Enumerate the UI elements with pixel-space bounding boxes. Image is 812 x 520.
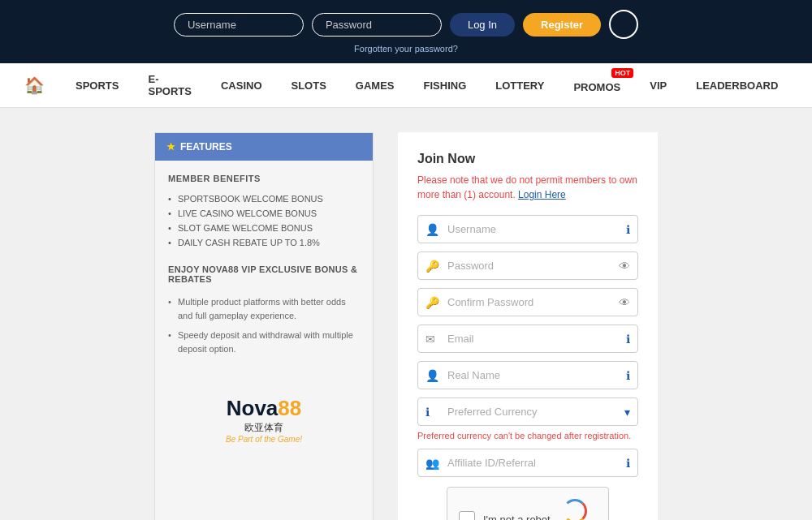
info-icon-affiliate[interactable]: ℹ [626,457,630,470]
nav-item-leaderboard[interactable]: LEADERBOARD [681,63,793,108]
captcha-area: I'm not a robot reCAPTCHA Privacy - Term… [447,487,609,520]
list-item: Multiple product platforms with better o… [168,292,360,325]
real-name-input[interactable] [417,361,638,389]
person-icon: 👤 [425,369,439,382]
nav-item-lottery[interactable]: LOTTERY [481,63,559,108]
nav-items: SPORTS E-SPORTS CASINO SLOTS GAMES FISHI… [61,63,793,108]
nav-item-esports[interactable]: E-SPORTS [133,63,205,108]
captcha-label: I'm not a robot [483,514,552,521]
currency-select[interactable]: Preferred Currency [417,398,638,426]
benefit-list: SPORTSBOOK WELCOME BONUS LIVE CASINO WEL… [168,191,360,250]
logo-nova: Nova88 [168,396,360,421]
logo-88: 88 [278,396,301,420]
affiliate-input[interactable] [417,449,638,477]
user-icon: 👤 [425,223,439,236]
key-icon: 🔑 [425,260,439,273]
top-header: Log In Register Forgotten your password? [0,0,812,63]
currency-note: Preferred currency can't be changed afte… [417,431,638,440]
key-icon-confirm: 🔑 [425,296,439,309]
nav-item-fishing[interactable]: FISHING [409,63,482,108]
confirm-password-input[interactable] [417,288,638,316]
email-input[interactable] [417,324,638,353]
nav-item-casino[interactable]: CASINO [206,63,277,108]
password-input[interactable] [417,251,638,280]
list-item: SPORTSBOOK WELCOME BONUS [168,191,360,206]
list-item: SLOT GAME WELCOME BONUS [168,221,360,235]
email-group: ✉ ℹ [417,324,638,353]
chevron-down-icon: ▾ [624,406,630,419]
login-button[interactable]: Log In [450,13,515,37]
join-note: Please note that we do not permit member… [417,173,638,202]
features-header: ★ FEATURES [155,133,373,161]
login-here-link[interactable]: Login Here [518,189,566,200]
features-label: FEATURES [180,141,232,153]
info-icon-username[interactable]: ℹ [626,223,630,236]
password-group: 🔑 👁 [417,251,638,280]
recaptcha-icon [563,499,587,520]
home-icon[interactable]: 🏠 [24,75,45,95]
list-item: LIVE CASINO WELCOME BONUS [168,206,360,221]
right-panel: Join Now Please note that we do not perm… [398,132,658,520]
star-icon: ★ [166,141,175,153]
member-benefits-label: MEMBER BENEFITS [168,174,360,183]
forgot-password-link[interactable]: Forgotten your password? [354,44,458,54]
register-button[interactable]: Register [523,13,601,37]
nav-item-vip[interactable]: VIP [635,63,681,108]
left-panel: ★ FEATURES MEMBER BENEFITS SPORTSBOOK WE… [154,132,374,520]
nav-item-sports[interactable]: SPORTS [61,63,133,108]
affiliate-icon: 👥 [425,457,439,470]
header-username-input[interactable] [174,13,304,37]
join-title: Join Now [417,152,638,166]
affiliate-group: 👥 ℹ [417,449,638,477]
logo-tagline: Be Part of the Game! [168,435,360,444]
currency-group: ℹ Preferred Currency ▾ [417,398,638,426]
list-item: Speedy deposit and withdrawal with multi… [168,325,360,359]
info-icon-realname[interactable]: ℹ [626,369,630,382]
email-icon: ✉ [425,333,435,346]
logo-area: Nova88 欧亚体育 Be Part of the Game! [155,372,373,457]
currency-icon: ℹ [425,406,430,419]
captcha-checkbox[interactable] [459,511,475,520]
main-content: ★ FEATURES MEMBER BENEFITS SPORTSBOOK WE… [0,108,812,520]
logo-chinese: 欧亚体育 [168,421,360,435]
info-icon-email[interactable]: ℹ [626,333,630,346]
hot-badge: HOT [611,68,633,78]
eye-icon-password[interactable]: 👁 [619,260,630,273]
list-item: DAILY CASH REBATE UP TO 1.8% [168,235,360,250]
vip-list: Multiple product platforms with better o… [168,292,360,359]
nav-item-games[interactable]: GAMES [341,63,409,108]
username-input[interactable] [417,215,638,243]
recaptcha-logo: reCAPTCHA Privacy - Terms [552,499,597,520]
username-group: 👤 ℹ [417,215,638,243]
confirm-password-group: 🔑 👁 [417,288,638,316]
header-password-input[interactable] [312,13,442,37]
nav-item-slots[interactable]: SLOTS [277,63,341,108]
vip-label: ENJOY NOVA88 VIP EXCLUSIVE BONUS & REBAT… [168,264,360,284]
avatar[interactable] [609,10,638,39]
eye-icon-confirm[interactable]: 👁 [619,296,630,309]
real-name-group: 👤 ℹ [417,361,638,389]
nav-bar: 🏠 SPORTS E-SPORTS CASINO SLOTS GAMES FIS… [0,63,812,108]
nav-item-promos[interactable]: PROMOS HOT [559,63,635,108]
